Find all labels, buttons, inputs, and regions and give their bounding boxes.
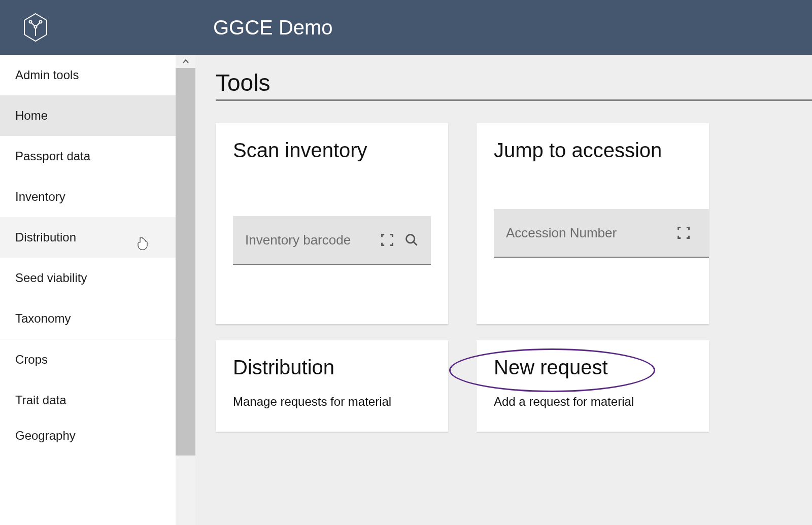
sidebar-item-geography[interactable]: Geography [0,421,176,451]
sidebar-item-inventory[interactable]: Inventory [0,177,176,217]
sidebar-item-seed-viability[interactable]: Seed viability [0,258,176,298]
sidebar-item-admin-tools[interactable]: Admin tools [0,55,176,95]
input-placeholder: Inventory barcode [245,232,370,248]
sidebar-item-passport-data[interactable]: Passport data [0,136,176,177]
app-title: GGCE Demo [213,16,333,39]
card-title: Distribution [233,355,431,380]
sidebar-item-label: Passport data [15,149,90,163]
input-placeholder: Accession Number [506,225,666,241]
sidebar-item-label: Distribution [15,230,76,244]
app-logo [20,10,51,45]
svg-point-6 [35,26,37,28]
scroll-thumb[interactable] [176,68,195,456]
sidebar-item-trait-data[interactable]: Trait data [0,380,176,421]
card-title: Jump to accession [494,137,709,163]
scroll-up-icon[interactable] [176,55,195,68]
app-header: GGCE Demo [0,0,812,55]
card-scan-inventory[interactable]: Scan inventory Inventory barcode [216,123,448,324]
sidebar-item-label: Home [15,109,48,123]
card-distribution[interactable]: Distribution Manage requests for materia… [216,340,448,432]
card-subtitle: Manage requests for material [233,395,431,409]
tree-hex-icon [23,13,48,42]
sidebar-item-label: Geography [15,429,76,443]
sidebar-item-crops[interactable]: Crops [0,339,176,380]
search-icon[interactable] [404,233,419,247]
sidebar-item-distribution[interactable]: Distribution [0,217,176,258]
inventory-barcode-input[interactable]: Inventory barcode [233,216,431,265]
sidebar-item-label: Trait data [15,393,66,407]
main-content: Tools Scan inventory Inventory barcode [195,55,812,525]
sidebar-item-home[interactable]: Home [0,95,176,136]
sidebar-item-label: Admin tools [15,68,79,82]
scan-icon[interactable] [380,233,394,247]
tool-cards: Scan inventory Inventory barcode [216,123,812,432]
svg-point-7 [407,235,415,243]
card-jump-accession[interactable]: Jump to accession Accession Number [477,123,709,324]
svg-line-8 [414,242,417,246]
svg-point-5 [40,21,42,23]
card-new-request[interactable]: New request Add a request for material [477,340,709,432]
sidebar: Admin tools Home Passport data Inventory… [0,55,195,525]
sidebar-item-label: Inventory [15,190,65,204]
card-title: Scan inventory [233,137,431,163]
sidebar-scrollbar[interactable] [176,55,195,525]
svg-point-4 [29,21,32,23]
sidebar-item-label: Taxonomy [15,311,71,326]
card-title: New request [494,355,692,380]
page-title: Tools [216,69,812,101]
sidebar-item-label: Crops [15,353,48,367]
sidebar-item-label: Seed viability [15,271,87,285]
scan-icon[interactable] [676,226,691,240]
card-subtitle: Add a request for material [494,395,692,409]
cursor-pointer-icon [136,236,148,251]
accession-number-input[interactable]: Accession Number [494,209,709,258]
sidebar-item-taxonomy[interactable]: Taxonomy [0,298,176,339]
